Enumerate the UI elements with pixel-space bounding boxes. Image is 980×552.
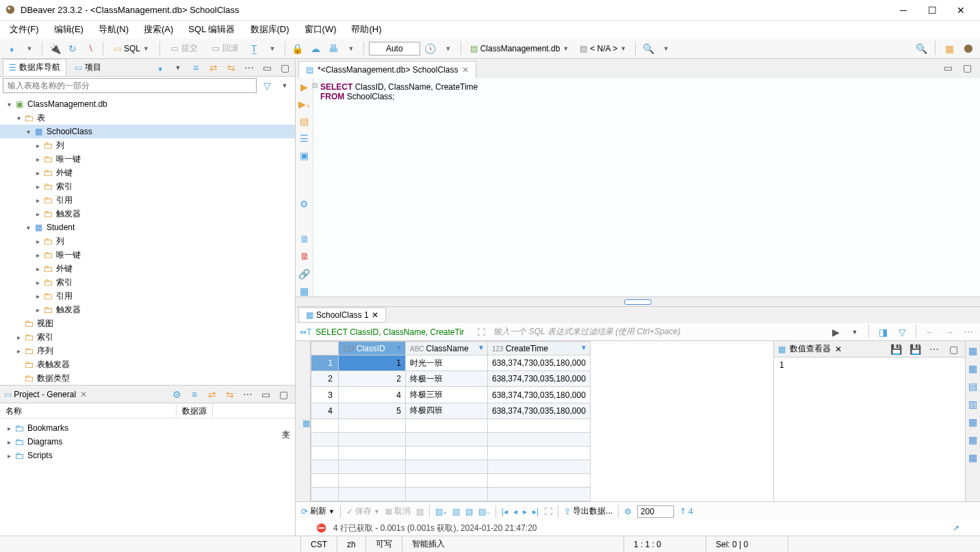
config-icon[interactable]: ⚙ bbox=[624, 507, 632, 516]
proj-gear-icon[interactable]: ⚙ bbox=[169, 387, 184, 402]
disconnect-icon[interactable]: ⧵ bbox=[83, 41, 98, 56]
min-icon[interactable]: ▭ bbox=[259, 60, 274, 75]
proj-collapse-icon[interactable]: ⇄ bbox=[205, 387, 220, 402]
menu-edit[interactable]: 编辑(E) bbox=[47, 21, 90, 38]
load-icon[interactable]: 🗎 bbox=[298, 251, 311, 262]
save-button[interactable]: ✓ 保存 ▼ bbox=[346, 505, 380, 517]
history-icon[interactable]: 🕓 bbox=[423, 41, 438, 56]
perspective-icon[interactable]: ▦ bbox=[942, 41, 957, 56]
panel-value-icon[interactable]: ▦ bbox=[968, 345, 977, 356]
ed-min-icon[interactable]: ▭ bbox=[940, 60, 955, 75]
res-detach-icon[interactable]: ↗ bbox=[953, 523, 959, 533]
link-icon[interactable]: ⇆ bbox=[224, 60, 239, 75]
del-row-icon[interactable]: ▤₋ bbox=[478, 507, 490, 516]
refresh-nav-icon[interactable]: ≡ bbox=[188, 60, 203, 75]
panel-grid-icon[interactable]: ▦ bbox=[968, 363, 977, 374]
lock-icon[interactable]: 🔒 bbox=[290, 41, 305, 56]
vp-menu-icon[interactable]: ⋯ bbox=[927, 342, 942, 357]
new-conn-icon[interactable]: ⬧ bbox=[153, 60, 168, 75]
sub2-cols[interactable]: 列 bbox=[56, 236, 64, 247]
page-size-input[interactable] bbox=[637, 505, 674, 518]
dropdown3-icon[interactable]: ▼ bbox=[344, 41, 359, 56]
menu-icon[interactable]: ⋯ bbox=[242, 60, 257, 75]
result-grid[interactable]: 123ClassID▼ ABCClassName▼ 123CreateTime▼… bbox=[311, 341, 591, 501]
script-button[interactable]: ▤ bbox=[416, 507, 424, 516]
views-node[interactable]: 视图 bbox=[37, 318, 53, 329]
apply-filter-icon[interactable]: ▶ bbox=[828, 325, 843, 340]
status-ins[interactable]: 智能插入 bbox=[402, 536, 624, 552]
menu-window[interactable]: 窗口(W) bbox=[298, 21, 344, 38]
sub2-trig[interactable]: 触发器 bbox=[56, 304, 81, 316]
project-close-icon[interactable]: ✕ bbox=[80, 390, 87, 399]
table-student[interactable]: Student bbox=[47, 223, 75, 232]
editor-tab[interactable]: ▤ *<ClassManagement.db> SchoolClass ✕ bbox=[298, 61, 476, 78]
gear-icon[interactable]: ⚙ bbox=[298, 198, 311, 210]
panels-icon[interactable]: ▦ bbox=[298, 285, 311, 297]
proj-link-icon[interactable]: ⇆ bbox=[222, 387, 237, 402]
grid-mode-icon[interactable]: ▦ bbox=[302, 418, 310, 428]
menu-sql-editor[interactable]: SQL 编辑器 bbox=[181, 21, 242, 38]
search-icon[interactable]: 🔍 bbox=[641, 41, 656, 56]
result-tab[interactable]: ▦SchoolClass 1✕ bbox=[298, 308, 386, 323]
dropdown-nav-icon[interactable]: ▼ bbox=[170, 60, 185, 75]
first-icon[interactable]: |◂ bbox=[502, 507, 508, 516]
panel-text-icon[interactable]: ▤ bbox=[968, 381, 977, 392]
datatype-node[interactable]: 数据类型 bbox=[37, 373, 70, 384]
sql-button[interactable]: ▭SQL ▼ bbox=[108, 42, 155, 55]
filter-dd2-icon[interactable]: ▼ bbox=[847, 325, 862, 340]
sub-fk[interactable]: 外键 bbox=[56, 167, 73, 179]
commit-button[interactable]: ▭ 提交 bbox=[165, 41, 203, 55]
menu-navigate[interactable]: 导航(N) bbox=[92, 21, 136, 38]
dup-row-icon[interactable]: ▤ bbox=[465, 507, 473, 516]
add-row-icon[interactable]: ▤ bbox=[452, 507, 460, 516]
proj-scripts[interactable]: Scripts bbox=[27, 451, 53, 460]
export-button[interactable]: ⇪导出数据... bbox=[564, 505, 612, 517]
sub-idx[interactable]: 索引 bbox=[56, 181, 73, 192]
nav-up-icon[interactable]: ⋯ bbox=[961, 325, 976, 340]
panel-calc-icon[interactable]: ▦ bbox=[968, 416, 977, 427]
vp-close-icon[interactable]: ✕ bbox=[835, 344, 842, 354]
status-tz[interactable]: CST bbox=[301, 536, 337, 552]
dropdown4-icon[interactable]: ▼ bbox=[441, 41, 456, 56]
max-icon[interactable]: ▢ bbox=[277, 60, 292, 75]
cloud-icon[interactable]: ☁ bbox=[308, 41, 323, 56]
erase-icon[interactable]: ◨ bbox=[875, 325, 890, 340]
result-filter-input[interactable]: 输入一个 SQL 表达式来过滤结果 (使用 Ctrl+Space) bbox=[489, 326, 824, 338]
filter-dd-icon[interactable]: ▼ bbox=[277, 78, 292, 93]
maximize-button[interactable]: ☐ bbox=[918, 1, 946, 20]
menu-help[interactable]: 帮助(H) bbox=[344, 21, 388, 38]
sub-unique[interactable]: 唯一键 bbox=[56, 153, 81, 165]
proj-diagrams[interactable]: Diagrams bbox=[27, 437, 62, 447]
collapse-icon[interactable]: ⇄ bbox=[206, 60, 221, 75]
vp-save-icon[interactable]: 💾 bbox=[888, 342, 903, 357]
proj-bookmarks[interactable]: Bookmarks bbox=[27, 423, 68, 433]
link-ed-icon[interactable]: 🔗 bbox=[298, 268, 311, 279]
sub2-fk[interactable]: 外键 bbox=[56, 263, 73, 275]
sub-cols[interactable]: 列 bbox=[56, 140, 64, 151]
sub2-unique[interactable]: 唯一键 bbox=[56, 249, 81, 261]
prev-icon[interactable]: ◂ bbox=[513, 507, 517, 516]
expand-sql-icon[interactable]: ⛶ bbox=[477, 327, 485, 337]
filter2-icon[interactable]: ▽ bbox=[894, 325, 910, 340]
nav-tree[interactable]: ▾▣ClassManagement.db ▾🗀表 ▾▦SchoolClass ▸… bbox=[0, 95, 295, 385]
nav-fwd-icon[interactable]: → bbox=[942, 325, 957, 340]
run-all-icon[interactable]: ▣ bbox=[298, 149, 311, 161]
tables-node[interactable]: 表 bbox=[37, 112, 45, 124]
nav-back-icon[interactable]: ← bbox=[923, 325, 938, 340]
plug-icon[interactable]: 🔌 bbox=[47, 41, 62, 56]
vp-max-icon[interactable]: ▢ bbox=[946, 342, 961, 357]
panel-meta-icon[interactable]: ▦ bbox=[968, 452, 977, 463]
run-new-icon[interactable]: ▶₊ bbox=[298, 98, 311, 110]
sub-ref[interactable]: 引用 bbox=[56, 195, 73, 206]
refresh-button[interactable]: ⟳刷新 ▼ bbox=[301, 505, 335, 517]
avatar-icon[interactable] bbox=[961, 41, 976, 56]
tabletrig-node[interactable]: 表触发器 bbox=[37, 359, 70, 371]
tab-close-icon[interactable]: ✕ bbox=[462, 65, 469, 75]
edit-row-icon[interactable]: ▤₊ bbox=[435, 507, 447, 516]
proj-menu-icon[interactable]: ⋯ bbox=[240, 387, 255, 402]
nav-filter-input[interactable] bbox=[3, 78, 257, 93]
run-script-icon[interactable]: ▤ bbox=[298, 115, 311, 127]
panel-record-icon[interactable]: ▥ bbox=[968, 399, 977, 410]
proj-col-name[interactable]: 名称 bbox=[0, 403, 177, 418]
menu-search[interactable]: 搜索(A) bbox=[137, 21, 180, 38]
